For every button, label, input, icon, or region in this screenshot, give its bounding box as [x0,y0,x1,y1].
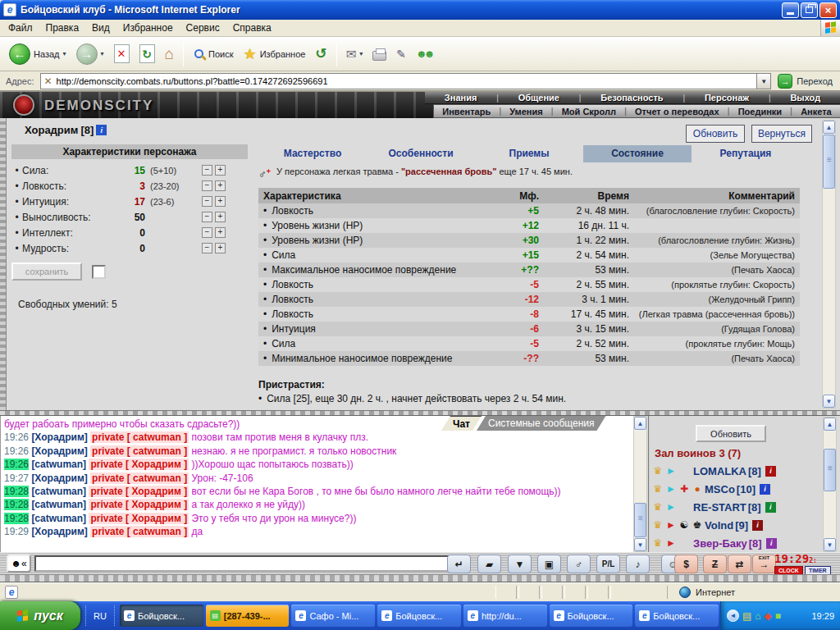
messenger-button[interactable]: ☻☻ [412,45,439,62]
message-sender[interactable]: [catwuman] [31,513,86,524]
menu-item[interactable]: Вид [85,20,116,36]
stat-plus-button[interactable]: + [215,227,226,238]
tab-chat[interactable]: Чат [441,416,482,431]
taskbar-task-button[interactable]: ▤[287-439-... [206,605,290,627]
nav-link[interactable]: Умения [509,107,542,116]
main-scrollbar[interactable]: ▲ ▼ [822,120,836,409]
stat-plus-button[interactable]: + [215,196,226,207]
nav-link[interactable]: Анкета [801,107,832,116]
scroll-up-button[interactable]: ▲ [823,121,835,134]
print-button[interactable] [368,45,390,63]
stat-plus-button[interactable]: + [215,165,226,176]
character-info-icon[interactable]: i [96,125,107,135]
refresh-button[interactable]: ↻ [135,42,159,66]
message-sender[interactable]: [Хорадрим] [31,431,87,443]
message-sender[interactable]: [Хорадрим] [31,472,87,484]
tray-chevron-icon[interactable]: ◄ [727,609,739,622]
favorites-button[interactable]: ★ Избранное [240,43,310,66]
message-channel[interactable]: private [ Хорадрим ] [89,513,189,524]
address-input[interactable]: ✕ http://demonscity.combats.ru/buttons.p… [40,73,758,89]
nav-link[interactable]: Поединки [738,107,782,116]
message-channel[interactable]: private [ Хорадрим ] [89,499,189,510]
player-info-icon[interactable]: i [765,502,776,513]
tray-network-icon[interactable]: ■ [775,611,781,621]
nav-link[interactable]: Безопасность [600,93,663,103]
tray-shield-icon[interactable]: ◆ [765,611,772,621]
language-indicator[interactable]: RU [85,605,115,626]
money-bag-button[interactable]: $ [674,555,698,573]
search-button[interactable]: Поиск [189,45,237,62]
stat-minus-button[interactable]: − [202,227,212,238]
forward-dropdown-icon[interactable]: ▾ [101,50,104,57]
tray-agent-icon[interactable]: ⌂ [755,611,760,621]
nav-link[interactable]: Инвентарь [442,107,491,116]
room-scroll-down-button[interactable]: ▼ [824,538,836,551]
start-button[interactable]: пуск [0,601,80,630]
stop-button[interactable]: ✕ [110,42,134,66]
message-channel[interactable]: private [ catwuman ] [90,431,189,443]
nav-link[interactable]: Знания [445,93,477,103]
stat-plus-button[interactable]: + [215,212,226,222]
tray-notes-icon[interactable]: ▤ [742,611,751,621]
taskbar-task-button[interactable]: eБойцовск... [635,605,719,627]
player-name[interactable]: Звер-Баку [693,537,747,550]
menu-item[interactable]: Избранное [116,20,180,36]
room-scroll-thumb[interactable] [824,449,836,491]
no-magic-button[interactable]: Z [703,555,727,573]
sound-button[interactable]: ♪ [626,555,650,573]
menu-item[interactable]: Сервис [180,20,226,36]
player-row[interactable]: ♛►LOMALKA[8]i [652,462,822,480]
save-stats-button[interactable]: сохранить [11,262,82,281]
refresh-page-button[interactable]: Обновить [686,125,745,143]
player-row[interactable]: ♛►✚●MSCo[10]i [652,480,822,498]
stat-minus-button[interactable]: − [202,212,212,222]
message-channel[interactable]: private [ catwuman ] [90,526,189,537]
scroll-thumb[interactable] [823,135,835,189]
room-scroll-up-button[interactable]: ▲ [824,418,836,431]
chat-message-input[interactable] [34,555,454,572]
chat-face-button[interactable]: ☻« [7,555,31,573]
mail-dropdown-icon[interactable]: ▾ [359,50,363,57]
stat-minus-button[interactable]: − [202,180,212,191]
filter-button[interactable]: ▼ [508,555,532,573]
nav-link[interactable]: Отчет о переводах [635,107,719,116]
fight-figure-button[interactable]: ♂ [567,555,591,573]
nav-link[interactable]: Персонаж [705,93,749,103]
stat-minus-button[interactable]: − [202,196,212,207]
tab-system-messages[interactable]: Системные сообщения [477,416,606,431]
edit-button[interactable]: ✎ [392,45,410,63]
message-sender[interactable]: [catwuman] [31,486,86,497]
game-tab[interactable]: Мастерство [258,145,367,162]
taskbar-task-button[interactable]: eБойцовск... [550,605,633,627]
player-name[interactable]: LOMALKA [693,465,746,477]
room-scrollbar[interactable]: ▲ ▼ [823,417,837,552]
chat-scroll-up-button[interactable]: ▲ [634,417,646,430]
message-sender[interactable]: [Хорадрим] [31,445,87,457]
forward-button[interactable]: → ▾ [72,41,108,67]
restore-button[interactable] [801,2,818,18]
game-tab[interactable]: Особенности [367,145,475,162]
message-channel[interactable]: private [ Хорадрим ] [89,486,189,497]
minimize-button[interactable] [782,2,799,18]
message-channel[interactable]: private [ catwuman ] [90,472,189,484]
nav-link[interactable]: Общение [518,93,559,103]
message-channel[interactable]: private [ Хорадрим ] [89,459,189,470]
game-tab[interactable]: Приемы [475,145,583,162]
home-button[interactable]: ⌂ [161,43,178,66]
player-row[interactable]: ♛►☯♚Volnd[9]i [652,516,822,534]
chat-scrollbar[interactable]: ▲ ▼ [633,416,647,552]
close-button[interactable]: × [819,2,837,18]
nav-link[interactable]: Мой Скролл [562,107,616,116]
player-info-icon[interactable]: i [760,484,770,495]
nav-link[interactable]: Выход [790,93,820,103]
player-info-icon[interactable]: i [766,538,777,549]
game-tab[interactable]: Репутация [692,145,800,162]
stat-plus-button[interactable]: + [215,243,226,253]
go-button[interactable]: → Переход [778,74,833,89]
player-row[interactable]: ♛►RE-START[8]i [652,498,822,516]
chat-scroll-thumb[interactable] [634,503,646,537]
message-sender[interactable]: [catwuman] [31,499,86,510]
exit-door-button[interactable]: →EXIT [752,555,776,573]
back-button[interactable]: ← Назад ▾ [5,41,71,67]
transfer-button[interactable]: ⇄ [728,555,751,573]
